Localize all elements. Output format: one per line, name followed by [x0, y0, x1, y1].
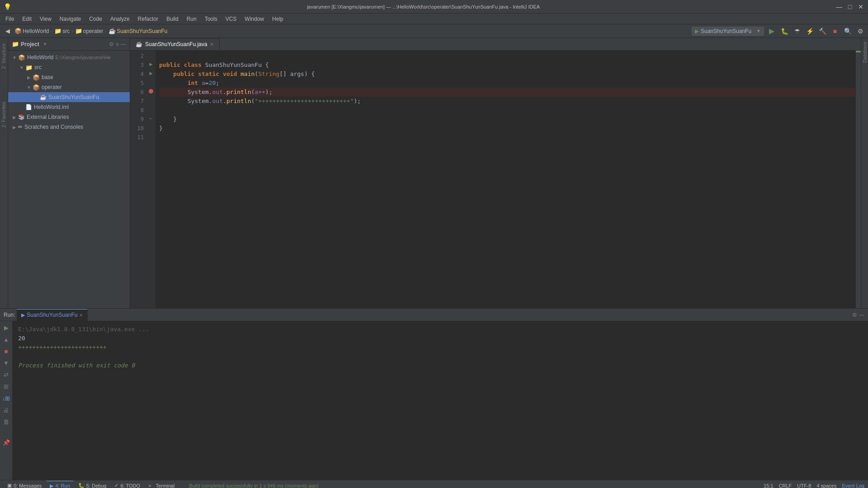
project-panel-layout-icon[interactable]: ≡ — [116, 41, 119, 47]
menu-help[interactable]: Help — [269, 15, 287, 23]
debug-button[interactable]: 🐛 — [779, 26, 789, 36]
event-log[interactable]: Event Log — [842, 483, 864, 488]
window-title: javarumen [E:\Xiangmu\javarumen] — ...\H… — [11, 4, 835, 9]
fold-icon[interactable]: ⌐ — [150, 116, 152, 121]
stop-button[interactable]: ■ — [830, 26, 840, 36]
breadcrumb-helloworld[interactable]: HelloWorld — [23, 28, 49, 34]
menu-code[interactable]: Code — [85, 15, 106, 23]
run-stop-button[interactable]: ■ — [2, 347, 11, 356]
close-button[interactable]: ✕ — [857, 3, 864, 10]
menu-run[interactable]: Run — [183, 15, 200, 23]
tree-item-src[interactable]: ▼ 📁 src — [8, 62, 130, 72]
menu-edit[interactable]: Edit — [19, 15, 35, 23]
run-tab-suanshu[interactable]: ▶ SuanShuYunSuanFu ✕ — [17, 309, 88, 321]
tree-item-operater[interactable]: ▼ 📦 operater — [8, 82, 130, 92]
run-filter-button[interactable]: ⊞ — [2, 382, 11, 391]
run-output[interactable]: E:\Java\jdk1.8.0_131\bin\java.exe ... 20… — [13, 321, 868, 480]
code-content[interactable]: public class SuanShuYunSuanFu { public s… — [156, 51, 855, 308]
project-panel-close-icon[interactable]: — — [121, 41, 126, 47]
breadcrumb-src[interactable]: src — [62, 28, 70, 34]
menu-vcs[interactable]: VCS — [222, 15, 241, 23]
menu-window[interactable]: Window — [241, 15, 268, 23]
run-button[interactable]: ▶ — [767, 26, 777, 36]
breadcrumb-operater[interactable]: operater — [83, 28, 104, 34]
structure-tab[interactable]: 2: Structure — [0, 42, 8, 71]
tree-item-helloworld-iml[interactable]: ▶ 📄 HelloWorld.iml — [8, 102, 130, 112]
title-bar: 💡 javarumen [E:\Xiangmu\javarumen] — ...… — [0, 0, 868, 14]
scroll-indicator[interactable] — [855, 51, 861, 308]
back-button[interactable]: ◀ — [3, 26, 13, 36]
run-main-arrow[interactable]: ▶ — [149, 70, 152, 76]
app-logo-icon: 💡 — [4, 3, 11, 10]
minimize-button[interactable]: — — [835, 3, 843, 10]
status-tab-debug[interactable]: 🐛 5: Debug — [75, 481, 110, 488]
tab-close-icon[interactable]: ✕ — [210, 42, 214, 47]
menu-file[interactable]: File — [2, 15, 18, 23]
cursor-position[interactable]: 15:1 — [764, 483, 773, 488]
tree-item-suanshu[interactable]: ▶ ☕ SuanShuYunSuanFu — [8, 92, 130, 102]
run-tab-close-icon[interactable]: ✕ — [79, 313, 83, 318]
code-line-10: } — [159, 124, 855, 133]
run-class-arrow[interactable]: ▶ — [149, 61, 152, 67]
code-line-6: System.out.println(a++); — [159, 88, 855, 97]
run-close-icon[interactable]: — — [859, 312, 864, 318]
line-ending[interactable]: CRLF — [779, 483, 792, 488]
coverage-button[interactable]: ☂ — [792, 26, 802, 36]
run-toggle-button[interactable]: ⇄ — [2, 370, 11, 379]
output-line-plus: +++++++++++++++++++++++++ — [18, 343, 863, 352]
tree-item-base[interactable]: ▶ 📦 base — [8, 72, 130, 82]
todo-status-icon: ✓ — [114, 483, 118, 488]
code-line-4: public static void main(String[] args) { — [159, 70, 855, 79]
run-pin-button[interactable]: 📌 — [2, 438, 11, 447]
breakpoint-indicator[interactable] — [149, 89, 153, 94]
status-bar: ▣ 0: Messages ▶ 4: Run 🐛 5: Debug ✓ 6: T… — [0, 480, 868, 488]
breadcrumb: 📦 HelloWorld › 📁 src › 📁 operater › ☕ Su… — [14, 28, 167, 34]
run-settings-icon[interactable]: ⚙ — [852, 312, 857, 318]
status-tab-run[interactable]: ▶ 4: Run — [46, 481, 73, 488]
status-tab-terminal[interactable]: >_ Terminal — [145, 481, 178, 488]
menu-build[interactable]: Build — [163, 15, 182, 23]
maximize-button[interactable]: □ — [846, 3, 854, 10]
build-button[interactable]: 🔨 — [817, 26, 827, 36]
favorites-tab[interactable]: 2: Favorites — [0, 100, 8, 129]
editor-tabs: ☕ SuanShuYunSuanFu.java ✕ — [130, 38, 861, 51]
tree-item-helloworld[interactable]: ▼ 📦 HelloWorld E:\Xiangmu\javarume\He — [8, 52, 130, 62]
status-tab-messages[interactable]: ▣ 0: Messages — [4, 481, 45, 488]
code-editor[interactable]: 2 3 4 5 6 7 8 9 10 11 ▶ — [130, 51, 855, 308]
breadcrumb-icon-helloworld: 📦 — [14, 28, 22, 34]
debug-status-icon: 🐛 — [78, 483, 85, 488]
run-rerun-button[interactable]: ▶ — [2, 323, 11, 332]
indent-indicator[interactable]: 4 spaces — [816, 483, 836, 488]
menu-refactor[interactable]: Refactor — [134, 15, 162, 23]
project-dropdown-icon[interactable]: ▼ — [43, 42, 47, 47]
run-tab-icon: ▶ — [21, 312, 25, 318]
tree-arrow-helloworld: ▼ — [12, 55, 17, 60]
run-panel-header: Run: ▶ SuanShuYunSuanFu ✕ ⚙ — — [0, 309, 868, 321]
database-tab-label[interactable]: Database — [861, 38, 868, 66]
menu-view[interactable]: View — [36, 15, 55, 23]
output-line-process: Process finished with exit code 0 — [18, 361, 863, 370]
editor-tab-suanshu[interactable]: ☕ SuanShuYunSuanFu.java ✕ — [130, 38, 220, 50]
run-up-button[interactable]: ▲ — [2, 335, 11, 344]
settings-button[interactable]: ⚙ — [855, 26, 865, 36]
project-panel: 📁 Project ▼ ⚙ ≡ — ▼ 📦 HelloWorld E:\Xian… — [8, 38, 130, 308]
encoding[interactable]: UTF-8 — [797, 483, 811, 488]
run-down-button[interactable]: ▼ — [2, 358, 11, 367]
run-print-button[interactable]: 🖨 — [2, 405, 11, 414]
run-config-dropdown[interactable]: ▶ SuanShuYunSuanFu ▼ — [692, 27, 764, 36]
tree-item-ext-libs[interactable]: ▶ 📚 External Libraries — [8, 112, 130, 122]
status-tab-todo[interactable]: ✓ 6: TODO — [111, 481, 144, 488]
menu-tools[interactable]: Tools — [201, 15, 221, 23]
tree-item-scratches[interactable]: ▶ ✏ Scratches and Consoles — [8, 122, 130, 132]
run-content: ▶ ▲ ■ ▼ ⇄ ⊞ ↓⊞ 🖨 🗑 📌 E:\Java\jdk1.8.0_13… — [0, 321, 868, 480]
breadcrumb-file[interactable]: SuanShuYunSuanFu — [117, 28, 167, 34]
search-everywhere-button[interactable]: 🔍 — [843, 26, 853, 36]
profile-button[interactable]: ⚡ — [805, 26, 815, 36]
code-line-7: System.out.println("++++++++++++++++++++… — [159, 97, 855, 106]
menu-analyze[interactable]: Analyze — [107, 15, 133, 23]
run-trash-button[interactable]: 🗑 — [2, 417, 11, 426]
gutter: ▶ ▶ ⌐ — [146, 51, 156, 308]
run-scroll-button[interactable]: ↓⊞ — [2, 394, 11, 403]
menu-navigate[interactable]: Navigate — [56, 15, 85, 23]
project-panel-settings-icon[interactable]: ⚙ — [109, 41, 114, 47]
